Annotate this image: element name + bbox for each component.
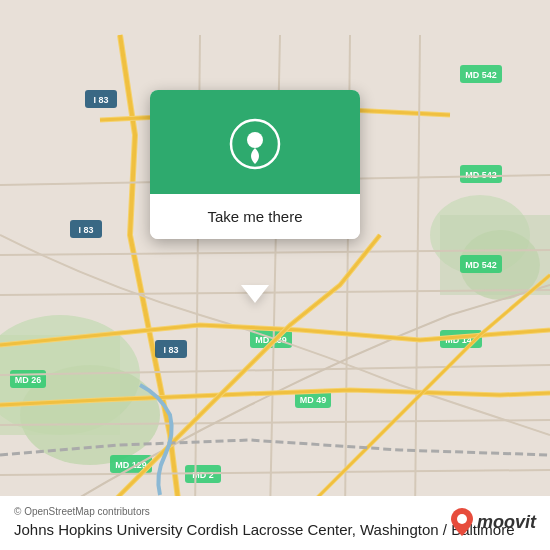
svg-text:I 83: I 83	[163, 345, 178, 355]
map-background: I 83 I 83 I 83 MD 139 MD 542 MD 542 MD 5…	[0, 0, 550, 550]
map-container: I 83 I 83 I 83 MD 139 MD 542 MD 542 MD 5…	[0, 0, 550, 550]
svg-text:I 83: I 83	[93, 95, 108, 105]
moovit-brand-text: moovit	[477, 512, 536, 533]
popup-tail	[241, 285, 269, 303]
moovit-pin-icon	[451, 508, 473, 536]
take-me-there-button[interactable]: Take me there	[150, 194, 360, 239]
svg-text:MD 26: MD 26	[15, 375, 42, 385]
svg-text:MD 49: MD 49	[300, 395, 327, 405]
svg-point-45	[457, 514, 467, 524]
location-pin-icon	[229, 118, 281, 170]
svg-point-44	[247, 132, 263, 148]
svg-text:MD 542: MD 542	[465, 70, 497, 80]
moovit-logo: moovit	[451, 508, 536, 536]
popup-green-area	[150, 90, 360, 194]
svg-text:MD 542: MD 542	[465, 260, 497, 270]
svg-text:I 83: I 83	[78, 225, 93, 235]
popup-card: Take me there	[150, 90, 360, 239]
svg-text:MD 542: MD 542	[465, 170, 497, 180]
